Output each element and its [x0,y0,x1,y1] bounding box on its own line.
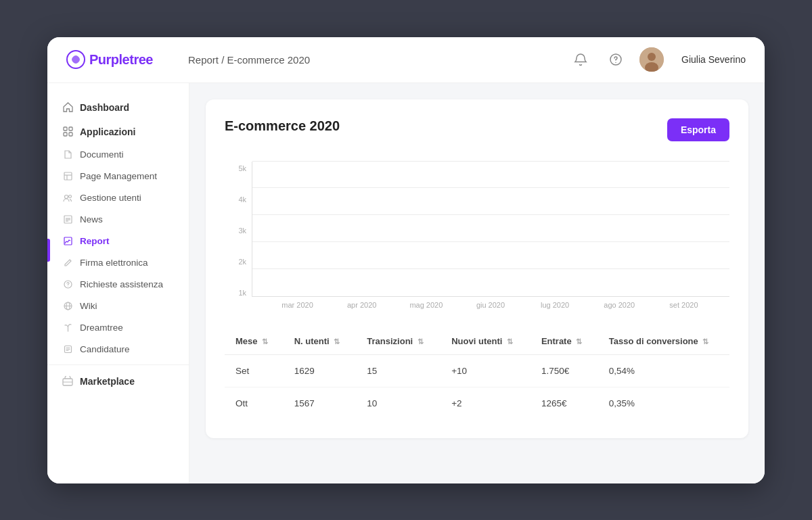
pen-icon [62,258,73,268]
export-button[interactable]: Esporta [667,118,729,141]
y-label-3k: 3k [225,227,252,235]
x-label-ago: ago 2020 [587,301,652,309]
logo-icon [66,50,85,69]
chart-bars [252,162,729,296]
table-row: Ott 1567 10 +2 1265€ 0,35% [225,387,729,419]
sidebar-item-report[interactable]: Report [47,231,189,252]
report-card: E-commerce 2020 Esporta 1k 2k 3k 4k 5k [206,99,748,438]
chart-y-axis: 1k 2k 3k 4k 5k [225,162,252,297]
grid-line-3 [252,214,729,215]
col-tasso-conversione[interactable]: Tasso di conversione ⇅ [598,328,729,355]
cell-entrate-1: 1.750€ [531,354,598,387]
chart-x-axis: mar 2020 apr 2020 mag 2020 giu 2020 lug … [225,301,729,309]
sidebar-label-dreamtree: Dreamtree [80,323,123,333]
sidebar-label-richieste-assistenza: Richieste assistenza [80,279,163,289]
header-icons: Giulia Severino [569,47,746,72]
header: Purpletree Report / E-commerce 2020 [47,37,765,83]
sidebar-item-gestione-utenti[interactable]: Gestione utenti [47,187,189,209]
svg-point-4 [648,53,656,61]
sidebar-item-candidature[interactable]: Candidature [47,339,189,360]
sidebar-label-marketplace: Marketplace [80,376,135,387]
help-button[interactable] [604,48,627,71]
sidebar-label-candidature: Candidature [80,344,130,354]
cell-transizioni-1: 15 [356,354,441,387]
cell-tasso-1: 0,54% [598,354,729,387]
svg-rect-9 [69,133,72,136]
col-nuovi-utenti[interactable]: Nuovi utenti ⇅ [441,328,531,355]
x-label-lug: lug 2020 [523,301,587,309]
grid-icon [62,126,73,137]
logo: Purpletree [66,50,188,69]
candidature-icon [62,344,73,355]
report-icon [62,236,73,247]
active-indicator [47,239,50,262]
marketplace-icon [62,376,73,387]
cell-mese-1: Set [225,354,284,387]
cell-entrate-2: 1265€ [531,387,598,419]
logo-text: Purpletree [89,52,153,68]
sidebar-item-firma-elettronica[interactable]: Firma elettronica [47,252,189,274]
sidebar-label-firma-elettronica: Firma elettronica [80,258,148,268]
wiki-icon [62,301,73,312]
table-header-row: Mese ⇅ N. utenti ⇅ Transizioni ⇅ Nuovi u… [225,328,729,355]
notifications-button[interactable] [569,48,592,71]
news-icon [62,214,73,225]
sidebar-label-dashboard: Dashboard [80,102,129,113]
chart-wrapper: 1k 2k 3k 4k 5k [225,162,729,297]
col-n-utenti[interactable]: N. utenti ⇅ [284,328,357,355]
avatar-image [639,47,664,72]
sidebar-item-news[interactable]: News [47,209,189,231]
y-label-5k: 5k [225,164,252,172]
card-header: E-commerce 2020 Esporta [225,118,729,141]
table-row: Set 1629 15 +10 1.750€ 0,54% [225,354,729,387]
sidebar-item-documenti[interactable]: Documenti [47,144,189,166]
grid-line-1 [252,268,729,269]
grid-line-2 [252,241,729,242]
col-mese[interactable]: Mese ⇅ [225,328,284,355]
sidebar-divider [47,364,189,365]
sidebar-label-report: Report [80,236,110,246]
cell-tasso-2: 0,35% [598,387,729,419]
dreamtree-icon [62,323,73,333]
cell-nuovi-utenti-1: +10 [441,354,531,387]
sidebar-label-applicazioni: Applicazioni [80,126,135,137]
svg-point-13 [65,195,68,198]
chart-area: 1k 2k 3k 4k 5k [225,155,729,309]
sidebar-item-richieste-assistenza[interactable]: Richieste assistenza [47,274,189,296]
svg-rect-7 [69,127,72,131]
x-label-mar: mar 2020 [265,301,330,309]
svg-point-2 [615,62,616,64]
col-entrate[interactable]: Entrate ⇅ [531,328,598,355]
sidebar-item-marketplace[interactable]: Marketplace [47,369,189,394]
avatar [639,47,664,72]
sidebar-label-wiki: Wiki [80,301,97,311]
sidebar-item-applicazioni[interactable]: Applicazioni [47,120,189,144]
svg-point-21 [68,286,68,287]
users-icon [62,193,73,204]
cell-nuovi-utenti-2: +2 [441,387,531,419]
col-transizioni[interactable]: Transizioni ⇅ [356,328,441,355]
sidebar-label-documenti: Documenti [80,149,124,160]
sidebar-item-page-management[interactable]: Page Management [47,166,189,187]
help-circle-icon [62,279,73,290]
sidebar-label-news: News [80,214,103,224]
chart-title: E-commerce 2020 [225,118,340,134]
user-name: Giulia Severino [681,54,746,65]
cell-mese-2: Ott [225,387,284,419]
cell-transizioni-2: 10 [356,387,441,419]
home-icon [62,102,73,113]
bell-icon [574,53,587,66]
svg-rect-8 [64,133,67,136]
x-label-giu: giu 2020 [458,301,522,309]
sidebar-item-dreamtree[interactable]: Dreamtree [47,317,189,339]
sidebar-item-dashboard[interactable]: Dashboard [47,95,189,120]
svg-rect-10 [64,172,72,180]
breadcrumb: Report / E-commerce 2020 [188,54,569,66]
content-area: E-commerce 2020 Esporta 1k 2k 3k 4k 5k [189,83,765,483]
x-label-set: set 2020 [652,301,716,309]
sidebar: Dashboard Applicazioni Documenti [47,83,189,483]
x-label-mag: mag 2020 [394,301,458,309]
cell-n-utenti-1: 1629 [284,354,357,387]
sidebar-item-wiki[interactable]: Wiki [47,296,189,317]
file-icon [62,149,73,160]
